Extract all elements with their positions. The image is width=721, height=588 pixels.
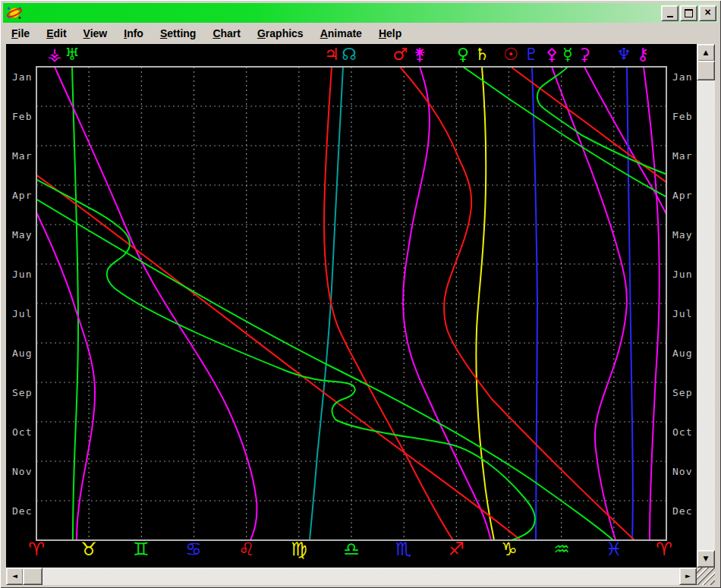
juno-glyph-icon: ⚵ xyxy=(414,46,426,63)
maximize-icon xyxy=(685,9,693,17)
neptune-glyph-icon: ♆ xyxy=(616,46,631,63)
uranus-glyph-icon: ♅ xyxy=(65,46,80,63)
ephemeris-chart xyxy=(6,44,697,568)
curve-venus-1 xyxy=(463,67,667,197)
curve-neptune xyxy=(627,67,633,540)
curve-ceres-2 xyxy=(36,211,95,540)
libra-glyph-icon: ♎ xyxy=(343,540,360,558)
mars-glyph-icon: ♂ xyxy=(392,46,408,63)
minimize-icon xyxy=(667,16,673,17)
curve-saturn xyxy=(476,67,494,540)
aries-end-glyph-icon: ♈ xyxy=(656,540,672,558)
menu-item-info[interactable]: Info xyxy=(115,26,152,41)
pallas-glyph-icon: ⚴ xyxy=(546,46,558,63)
capricorn-glyph-icon: ♑ xyxy=(501,540,518,558)
venus-glyph-icon: ♀ xyxy=(457,46,469,63)
cancer-glyph-icon: ♋ xyxy=(185,540,202,558)
curve-ceres-1 xyxy=(584,67,667,215)
curve-mercury-2 xyxy=(36,179,535,540)
month-label-left-jan: Jan xyxy=(12,71,43,83)
pluto-glyph-icon: ♇ xyxy=(524,46,539,63)
scroll-left-button[interactable]: ◄ xyxy=(6,568,24,585)
month-label-left-apr: Apr xyxy=(12,190,43,201)
horizontal-scroll-thumb[interactable] xyxy=(23,568,43,585)
gridlines xyxy=(36,67,666,540)
jupiter-glyph-icon: ♃ xyxy=(324,46,339,63)
month-label-left-nov: Nov xyxy=(12,466,43,477)
menu-item-view[interactable]: View xyxy=(75,26,116,41)
close-button[interactable]: × xyxy=(699,5,716,21)
leo-glyph-icon: ♌ xyxy=(238,540,255,558)
sun-glyph-icon: ☉ xyxy=(503,46,518,63)
curve-mars xyxy=(400,67,634,540)
north-node-glyph-icon: ☊ xyxy=(342,46,357,63)
curve-sun-2 xyxy=(36,175,521,540)
scroll-down-button[interactable]: ▼ xyxy=(697,550,715,568)
vertical-scrollbar[interactable]: ▲ ▼ xyxy=(697,44,715,568)
month-label-left-may: May xyxy=(12,229,43,241)
month-label-left-sep: Sep xyxy=(12,387,43,398)
menu-item-file[interactable]: File xyxy=(3,26,38,41)
scroll-up-button[interactable]: ▲ xyxy=(697,44,715,61)
astrolog-window: × FileEditViewInfoSettingChartGraphicsAn… xyxy=(0,0,721,588)
month-label-left-mar: Mar xyxy=(12,150,43,162)
saturn-glyph-icon: ♄ xyxy=(474,46,490,63)
arrow-right-icon: ► xyxy=(685,573,691,580)
horizontal-scrollbar[interactable]: ◄ ► xyxy=(6,568,697,585)
vertical-scroll-thumb[interactable] xyxy=(697,61,715,80)
app-icon xyxy=(6,5,23,21)
scroll-right-button[interactable]: ► xyxy=(679,568,697,585)
scorpio-glyph-icon: ♏ xyxy=(395,540,412,558)
aquarius-glyph-icon: ♒ xyxy=(553,540,570,558)
close-icon: × xyxy=(704,7,710,17)
menu-item-help[interactable]: Help xyxy=(370,26,410,41)
arrow-left-icon: ◄ xyxy=(12,573,17,580)
menu-item-edit[interactable]: Edit xyxy=(38,26,74,41)
maximize-button[interactable] xyxy=(680,5,697,21)
sagittarius-glyph-icon: ♐ xyxy=(448,540,464,558)
month-label-left-feb: Feb xyxy=(12,111,43,122)
gemini-glyph-icon: ♊ xyxy=(133,540,150,558)
ceres-glyph-icon: ⚳ xyxy=(578,46,590,63)
aries-glyph-icon: ♈ xyxy=(28,540,45,558)
virgo-glyph-icon: ♍ xyxy=(291,540,307,558)
menubar: FileEditViewInfoSettingChartGraphicsAnim… xyxy=(3,24,718,42)
titlebar[interactable]: × xyxy=(3,3,718,23)
arrow-down-icon: ▼ xyxy=(704,555,709,562)
curve-mercury-1 xyxy=(537,67,667,175)
pisces-glyph-icon: ♓ xyxy=(606,540,622,558)
month-label-left-dec: Dec xyxy=(12,505,43,517)
month-label-left-oct: Oct xyxy=(12,426,43,438)
vesta-glyph-icon: ⚶ xyxy=(48,46,62,63)
minimize-button[interactable] xyxy=(661,5,678,21)
menu-item-chart[interactable]: Chart xyxy=(204,26,249,41)
menu-item-animate[interactable]: Animate xyxy=(312,26,370,41)
menu-item-setting[interactable]: Setting xyxy=(152,26,204,41)
menu-item-graphics[interactable]: Graphics xyxy=(249,26,312,41)
chiron-glyph-icon: ⚷ xyxy=(637,46,649,63)
month-label-left-jun: Jun xyxy=(12,269,43,280)
month-label-left-aug: Aug xyxy=(12,347,43,359)
mercury-glyph-icon: ☿ xyxy=(562,46,573,63)
taurus-glyph-icon: ♉ xyxy=(80,540,97,558)
arrow-up-icon: ▲ xyxy=(704,49,709,56)
resize-grip[interactable] xyxy=(697,568,715,585)
month-label-left-jul: Jul xyxy=(12,308,43,319)
